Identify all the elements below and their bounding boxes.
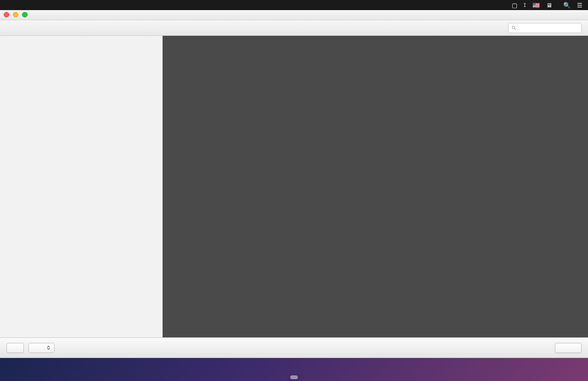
category-sidebar xyxy=(0,36,163,337)
desktop xyxy=(0,358,588,381)
dock xyxy=(290,375,298,379)
minimize-button[interactable] xyxy=(13,12,18,17)
spotlight-icon[interactable]: 🔍 xyxy=(563,2,571,9)
new-blank-button[interactable] xyxy=(6,343,24,353)
close-button[interactable] xyxy=(4,12,9,17)
template-gallery[interactable] xyxy=(163,36,588,337)
footer xyxy=(0,337,588,358)
zoom-button[interactable] xyxy=(22,12,28,17)
open-recent-select[interactable] xyxy=(28,343,55,353)
macos-menubar: ▢ ⟟ 🇺🇸 🖥 🔍 ☰ xyxy=(0,0,588,10)
search-icon xyxy=(511,25,517,31)
bluetooth-icon[interactable]: ⟟ xyxy=(524,1,526,9)
chevron-updown-icon xyxy=(46,346,51,350)
choose-button[interactable] xyxy=(555,343,582,353)
display-icon[interactable]: 🖥 xyxy=(546,2,552,9)
titlebar[interactable] xyxy=(0,10,588,20)
search-input[interactable] xyxy=(508,23,582,33)
template-gallery-window xyxy=(0,10,588,358)
list-icon[interactable]: ☰ xyxy=(577,2,582,9)
airplay-icon[interactable]: ▢ xyxy=(512,2,517,9)
flag-icon[interactable]: 🇺🇸 xyxy=(532,2,540,9)
toolbar xyxy=(0,20,588,36)
